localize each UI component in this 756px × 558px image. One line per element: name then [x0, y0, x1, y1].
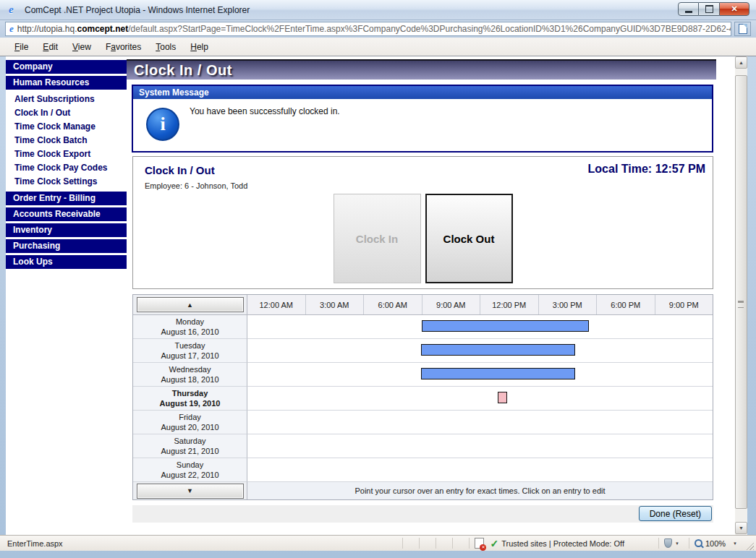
scrollbar-down-arrow[interactable]: ▼ — [735, 522, 747, 534]
zoom-level[interactable]: 100% — [705, 539, 726, 548]
sidebar-section-accounts-receivable[interactable]: Accounts Receivable — [6, 207, 127, 221]
maximize-button[interactable] — [699, 2, 719, 16]
url-prefix: http://utopia.hq. — [17, 24, 77, 34]
sidebar-item-time-clock-manage[interactable]: Time Clock Manage — [6, 120, 127, 134]
status-page-name: EnterTime.aspx — [0, 539, 63, 548]
sidebar-section-inventory[interactable]: Inventory — [6, 223, 127, 237]
sidebar-subpanel: Alert SubscriptionsClock In / OutTime Cl… — [6, 92, 127, 190]
page-alert-icon — [475, 538, 484, 549]
timeline-header-row: ▲ 12:00 AM3:00 AM6:00 AM9:00 AM12:00 PM3… — [133, 295, 713, 315]
content-area: Clock In / Out System Message i You have… — [127, 56, 716, 535]
sidebar-section-human-resources[interactable]: Human Resources — [6, 76, 127, 90]
url-path: /default.aspx?StartPage=TimeClock%2FEnte… — [128, 24, 731, 34]
day-label: WednesdayAugust 18, 2010 — [133, 363, 247, 387]
scroll-up-button[interactable]: ▲ — [137, 297, 244, 312]
scrollbar-thumb[interactable] — [735, 75, 747, 509]
scroll-down-button[interactable]: ▼ — [137, 484, 244, 499]
timeline-footer-row: ▼ Point your cursor over an entry for ex… — [133, 482, 713, 499]
timeline-row-friday: FridayAugust 20, 2010 — [133, 411, 713, 434]
sidebar-item-time-clock-pay-codes[interactable]: Time Clock Pay Codes — [6, 161, 127, 175]
time-entry-bar[interactable] — [422, 320, 588, 332]
time-axis-label: 9:00 AM — [422, 295, 481, 314]
day-label: MondayAugust 16, 2010 — [133, 315, 247, 339]
page-favicon-icon: e — [9, 23, 14, 35]
done-reset-button[interactable]: Done (Reset) — [639, 506, 712, 521]
day-label: SaturdayAugust 21, 2010 — [133, 434, 247, 458]
sidebar-item-time-clock-batch[interactable]: Time Clock Batch — [6, 134, 127, 147]
ie-logo-icon: e — [9, 4, 14, 16]
security-zone-text: Trusted sites | Protected Mode: Off — [501, 539, 624, 548]
time-axis-label: 6:00 AM — [364, 295, 422, 314]
security-zone-icon[interactable] — [664, 538, 672, 548]
timeline-table: ▲ 12:00 AM3:00 AM6:00 AM9:00 AM12:00 PM3… — [132, 294, 713, 500]
window-title-bar[interactable]: e ComCept .NET Project Utopia - Windows … — [0, 0, 756, 20]
sidebar-item-alert-subscriptions[interactable]: Alert Subscriptions — [6, 93, 127, 106]
time-axis-label: 12:00 PM — [480, 295, 539, 314]
clock-out-button[interactable]: Clock Out — [425, 194, 513, 283]
sidebar-item-time-clock-export[interactable]: Time Clock Export — [6, 147, 127, 161]
menu-view[interactable]: View — [65, 40, 98, 54]
resize-grip-icon[interactable] — [744, 541, 754, 550]
sidebar-section-order-entry-billing[interactable]: Order Entry - Billing — [6, 192, 127, 205]
timeline-row-monday: MondayAugust 16, 2010 — [133, 315, 713, 339]
time-entry-bar[interactable] — [421, 368, 575, 379]
clock-panel-heading: Clock In / Out — [145, 164, 215, 176]
minimize-button[interactable] — [678, 2, 699, 16]
timeline-lane — [247, 315, 713, 339]
system-message-header: System Message — [133, 86, 712, 99]
close-button[interactable]: ✕ — [719, 2, 749, 16]
status-bar: EnterTime.aspx ✓ Trusted sites | Protect… — [0, 535, 756, 551]
address-input[interactable]: e http://utopia.hq.comcept.net/default.a… — [5, 22, 731, 36]
timeline-hint: Point your cursor over an entry for exac… — [247, 482, 713, 499]
menu-favorites[interactable]: Favorites — [98, 40, 148, 54]
employee-label: Employee: 6 - Johnson, Todd — [145, 181, 247, 190]
minimize-icon — [685, 11, 692, 13]
maximize-icon — [705, 5, 713, 13]
time-entry-bar[interactable] — [498, 392, 507, 403]
window-controls: ✕ — [678, 2, 749, 16]
timeline-lane — [247, 434, 713, 458]
menu-help[interactable]: Help — [183, 40, 216, 54]
timeline-lane — [247, 458, 713, 482]
vertical-scrollbar[interactable]: ▲ ▼ — [735, 56, 747, 535]
timeline-time-header: 12:00 AM3:00 AM6:00 AM9:00 AM12:00 PM3:0… — [247, 295, 713, 314]
trusted-check-icon: ✓ — [490, 538, 498, 549]
timeline-row-tuesday: TuesdayAugust 17, 2010 — [133, 339, 713, 363]
sidebar-item-time-clock-settings[interactable]: Time Clock Settings — [6, 175, 127, 189]
scrollbar-up-arrow[interactable]: ▲ — [735, 56, 747, 69]
page-title: Clock In / Out — [127, 59, 716, 80]
menu-edit[interactable]: Edit — [35, 40, 65, 54]
timeline-corner: ▲ — [133, 295, 247, 314]
menu-tools[interactable]: Tools — [148, 40, 183, 54]
timeline-row-sunday: SundayAugust 22, 2010 — [133, 458, 713, 482]
day-label: SundayAugust 22, 2010 — [133, 458, 247, 482]
local-time-label: Local Time: 12:57 PM — [588, 163, 705, 176]
system-message-text: You have been successfully clocked in. — [190, 106, 340, 148]
sidebar-section-company[interactable]: Company — [6, 60, 127, 74]
timeline-lane — [247, 339, 713, 363]
day-label: FridayAugust 20, 2010 — [133, 411, 247, 434]
menu-bar: FileEditViewFavoritesToolsHelp — [0, 38, 756, 56]
zoom-icon[interactable] — [695, 539, 702, 547]
zoom-dropdown-icon[interactable]: ▼ — [733, 541, 737, 546]
url-domain: comcept.net — [77, 24, 129, 34]
done-row: Done (Reset) — [132, 505, 713, 523]
window-title: ComCept .NET Project Utopia - Windows In… — [25, 5, 250, 15]
day-label: ThursdayAugust 19, 2010 — [133, 387, 247, 411]
compatibility-view-button[interactable] — [734, 22, 751, 36]
address-bar-row: e http://utopia.hq.comcept.net/default.a… — [0, 20, 756, 38]
clock-panel: Clock In / Out Local Time: 12:57 PM Empl… — [132, 156, 713, 289]
timeline-row-saturday: SaturdayAugust 21, 2010 — [133, 434, 713, 458]
sidebar-item-clock-in-out[interactable]: Clock In / Out — [6, 106, 127, 120]
time-entry-bar[interactable] — [421, 344, 575, 356]
menu-file[interactable]: File — [7, 40, 35, 54]
time-axis-label: 9:00 PM — [655, 295, 713, 314]
system-message-box: System Message i You have been successfu… — [132, 85, 713, 153]
sidebar-section-look-ups[interactable]: Look Ups — [6, 255, 127, 269]
browser-viewport: CompanyHuman ResourcesAlert Subscription… — [6, 56, 747, 535]
zone-dropdown-icon[interactable]: ▼ — [675, 541, 679, 546]
info-icon: i — [146, 108, 179, 141]
day-label: TuesdayAugust 17, 2010 — [133, 339, 247, 363]
sidebar-section-purchasing[interactable]: Purchasing — [6, 239, 127, 253]
time-axis-label: 6:00 PM — [597, 295, 655, 314]
